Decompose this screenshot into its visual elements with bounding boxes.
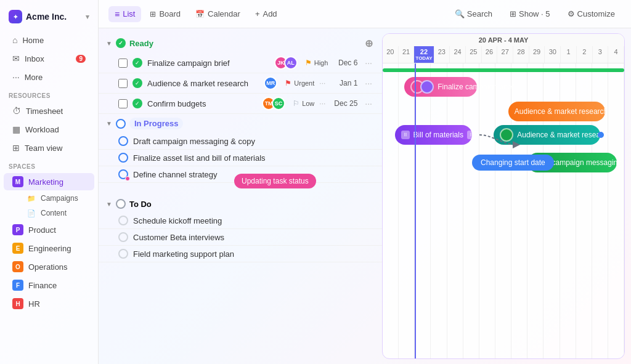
task-checkbox[interactable]	[118, 99, 128, 108]
gantt-body: Finalize campaign briefAudience & market…	[383, 63, 624, 358]
gantt-grid-col	[608, 63, 624, 358]
status-dot-todo	[116, 199, 126, 209]
task-status-icon	[118, 153, 128, 163]
toggle-icon: ▼	[106, 40, 112, 47]
gantt-date-cell: 23	[434, 46, 450, 63]
task-row[interactable]: ✓ Finalize campaign brief JK AL ⚑ High D…	[99, 53, 382, 73]
gantt-bar[interactable]: ⠿Bill of materials⠿	[395, 125, 472, 145]
drag-handle-right[interactable]: ⠿	[467, 131, 476, 139]
gantt-bar-endpoint-dot	[598, 132, 604, 138]
task-status-icon: ✓	[132, 58, 142, 68]
sidebar-item-label: Operations	[28, 262, 68, 272]
operations-icon: O	[12, 261, 23, 272]
sidebar-item-hr[interactable]: H HR	[4, 295, 94, 312]
drag-handle-left[interactable]: ⠿	[401, 131, 410, 139]
folder-icon: 📄	[27, 209, 36, 217]
tab-board[interactable]: ⊞ Board	[144, 6, 187, 22]
task-row[interactable]: Finalize asset list and bill of material…	[99, 150, 382, 166]
sidebar-item-engineering[interactable]: E Engineering	[4, 240, 94, 257]
sidebar-sub-label: Content	[41, 209, 67, 217]
task-row[interactable]: Draft campaign messaging & copy	[99, 133, 382, 150]
sidebar-item-product[interactable]: P Product	[4, 221, 94, 238]
task-tooltip: Updating task status	[234, 174, 316, 188]
customize-button[interactable]: ⚙ Customize	[561, 7, 621, 21]
sidebar-item-timesheet[interactable]: ⏱ Timesheet	[4, 102, 94, 119]
section-todo[interactable]: ▼ To Do	[99, 195, 382, 212]
sidebar-item-marketing[interactable]: M Marketing	[4, 173, 94, 190]
dots-icon: ···	[319, 79, 325, 87]
task-date: Jan 1	[333, 79, 357, 87]
task-name: Field marketing support plan	[133, 249, 375, 259]
sidebar-item-teamview[interactable]: ⊞ Team view	[4, 139, 94, 156]
tab-calendar[interactable]: 📅 Calendar	[189, 6, 246, 22]
gantt-date-cell: 27	[497, 46, 513, 63]
task-checkbox[interactable]	[118, 79, 128, 88]
sidebar-sub-campaigns[interactable]: 📁 Campaigns	[4, 192, 94, 205]
tab-add[interactable]: + Add	[249, 6, 283, 22]
sidebar-item-label: Team view	[25, 144, 62, 153]
task-more-button[interactable]: ···	[362, 77, 375, 89]
list-panel: ▼ ✓ Ready ⊕ ✓ Finalize campaign brief JK…	[99, 28, 382, 364]
task-row[interactable]: Define channel strategy Updating task st…	[99, 166, 382, 183]
tab-label: Add	[263, 9, 277, 18]
task-more-button[interactable]: ···	[362, 57, 375, 69]
task-row[interactable]: Customer Beta interviews	[99, 229, 382, 246]
sidebar-item-workload[interactable]: ▦ Workload	[4, 121, 94, 138]
hr-icon: H	[12, 298, 23, 309]
section-in-progress[interactable]: ▼ In Progress	[99, 114, 382, 133]
priority-flag-icon: ⚐	[293, 99, 299, 108]
gantt-grid-col	[431, 63, 447, 358]
task-status-icon	[118, 249, 128, 259]
avatar	[420, 80, 434, 94]
show-label: Show · 5	[519, 9, 550, 18]
sidebar-item-label: Engineering	[28, 244, 71, 253]
sidebar-item-inbox[interactable]: ✉ Inbox 9	[4, 50, 94, 67]
list-icon: ≡	[115, 9, 120, 19]
task-status-icon: ✓	[132, 99, 142, 108]
task-row[interactable]: ✓ Confirm budgets TM SC ⚐ Low ··· Dec 25…	[99, 94, 382, 114]
gantt-date-cell: 1	[561, 46, 577, 63]
app-logo[interactable]: ✦ Acme Inc. ▾	[0, 7, 98, 31]
task-status-icon	[118, 216, 128, 225]
gantt-bar[interactable]: Audience & market research	[508, 102, 605, 121]
engineering-icon: E	[12, 243, 23, 254]
task-checkbox[interactable]	[118, 59, 128, 68]
task-row[interactable]: Field marketing support plan	[99, 246, 382, 262]
chevron-down-icon: ▾	[86, 13, 89, 21]
priority-badge: ⚑ Urgent	[285, 79, 314, 87]
task-row[interactable]: ✓ Audience & market research MR ⚑ Urgent…	[99, 73, 382, 94]
task-row[interactable]: Schedule kickoff meeting	[99, 212, 382, 229]
task-more-button[interactable]: ···	[362, 97, 375, 110]
task-name: Draft campaign messaging & copy	[133, 137, 375, 146]
priority-label: Low	[302, 100, 314, 107]
priority-badge: ⚐ Low	[293, 99, 314, 108]
toggle-icon: ▼	[106, 120, 112, 127]
show-button[interactable]: ⊞ Show · 5	[503, 7, 556, 21]
gantt-date-cell: 4	[608, 46, 624, 63]
sidebar-item-finance[interactable]: F Finance	[4, 277, 94, 294]
tab-list[interactable]: ≡ List	[108, 6, 141, 22]
sidebar-item-label: Workload	[25, 125, 59, 134]
gantt-date-cell: 28	[513, 46, 529, 63]
gantt-date-cell: 2	[577, 46, 593, 63]
priority-badge: ⚑ High	[305, 59, 328, 67]
tab-label: List	[123, 9, 135, 18]
sidebar-item-home[interactable]: ⌂ Home	[4, 31, 94, 49]
sidebar-item-label: Timesheet	[26, 107, 63, 116]
section-ready[interactable]: ▼ ✓ Ready ⊕	[99, 33, 382, 53]
task-name: Audience & market research	[147, 79, 259, 88]
teamview-icon: ⊞	[12, 143, 20, 153]
home-icon: ⌂	[12, 35, 17, 45]
sidebar-item-more[interactable]: ··· More	[4, 68, 94, 86]
main-content: ≡ List ⊞ Board 📅 Calendar + Add 🔍 Search…	[99, 0, 631, 364]
tab-label: Board	[159, 9, 181, 18]
workload-icon: ▦	[12, 124, 20, 134]
sidebar-sub-content[interactable]: 📄 Content	[4, 206, 94, 220]
add-task-button[interactable]: ⊕	[362, 37, 375, 49]
sidebar-item-label: More	[25, 73, 43, 82]
task-date: Dec 25	[333, 99, 357, 108]
board-icon: ⊞	[150, 10, 156, 18]
sidebar-item-operations[interactable]: O Operations	[4, 258, 94, 275]
search-button[interactable]: 🔍 Search	[449, 7, 499, 21]
gantt-grid-col	[447, 63, 463, 358]
